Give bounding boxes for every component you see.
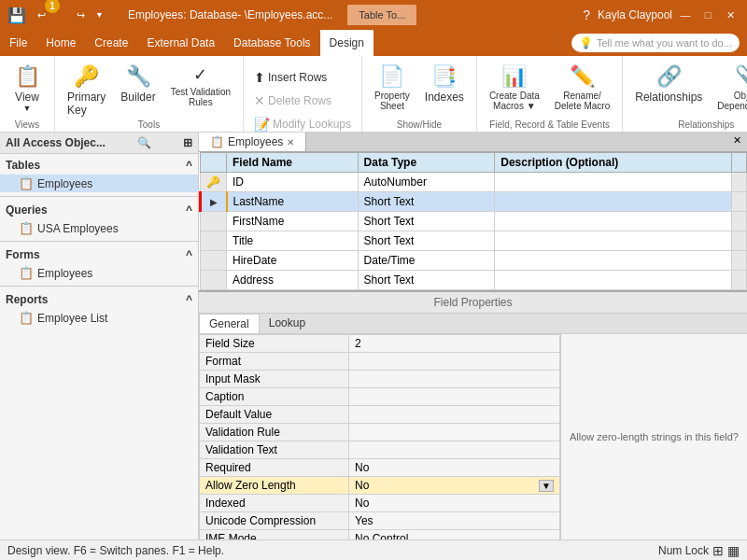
field-name-cell[interactable]: ID bbox=[227, 173, 359, 192]
fp-value[interactable] bbox=[349, 353, 560, 371]
ribbon-btn-primary-key[interactable]: 🔑 PrimaryKey bbox=[61, 60, 112, 116]
grid-view-icon[interactable]: ⊞ bbox=[712, 543, 724, 558]
tell-me-box[interactable]: 💡 Tell me what you want to do... bbox=[571, 34, 740, 52]
content-close-btn[interactable]: ✕ bbox=[727, 133, 747, 151]
maximize-btn[interactable]: □ bbox=[698, 6, 717, 24]
num-lock-text: Num Lock bbox=[658, 544, 709, 557]
sidebar-header: All Access Objec... 🔍 ⊞ bbox=[0, 133, 198, 154]
data-type-cell[interactable]: Short Text bbox=[358, 192, 495, 212]
ribbon-group-field-events: 📊 Create DataMacros ▼ ✏️ Rename/Delete M… bbox=[477, 56, 623, 132]
ribbon-btn-view[interactable]: 📋 View ▼ bbox=[6, 60, 49, 116]
ribbon-btn-property-sheet[interactable]: 📄 PropertySheet bbox=[368, 60, 416, 116]
sidebar-section-header-tables[interactable]: Tables ^ bbox=[0, 156, 198, 175]
filter-icon[interactable]: ▦ bbox=[727, 543, 740, 558]
row-selector bbox=[201, 231, 227, 251]
tools-label: Tools bbox=[138, 116, 160, 130]
ribbon-btn-test-validation[interactable]: ✓ Test ValidationRules bbox=[164, 60, 237, 116]
tab-close-btn[interactable]: ✕ bbox=[287, 137, 294, 147]
minimize-btn[interactable]: — bbox=[676, 6, 695, 24]
sidebar-section-header-reports[interactable]: Reports ^ bbox=[0, 290, 198, 309]
menu-file[interactable]: File bbox=[0, 30, 36, 56]
menu-home[interactable]: Home bbox=[36, 30, 85, 56]
fp-value[interactable]: 2 bbox=[349, 335, 560, 353]
table-row[interactable]: HireDate Date/Time bbox=[201, 251, 747, 271]
table-row[interactable]: 🔑 ID AutoNumber bbox=[201, 173, 747, 192]
sidebar-section-tables: Tables ^ 📋 Employees bbox=[0, 154, 198, 194]
ribbon-btn-insert-rows[interactable]: ⬆ Insert Rows bbox=[249, 67, 331, 88]
fp-value[interactable] bbox=[349, 406, 560, 424]
top-tab[interactable]: Table To... bbox=[347, 5, 416, 25]
fp-value[interactable] bbox=[349, 371, 560, 388]
ribbon-btn-rename-delete-macro[interactable]: ✏️ Rename/Delete Macro bbox=[548, 60, 616, 116]
redo-icon[interactable]: ↪ bbox=[71, 6, 90, 24]
col-selector-header bbox=[201, 153, 227, 173]
sidebar-collapse-icon[interactable]: ⊞ bbox=[183, 136, 192, 149]
description-cell[interactable] bbox=[495, 271, 732, 290]
sidebar-item-employee-list[interactable]: 📋 Employee List bbox=[0, 309, 198, 327]
data-type-cell[interactable]: Short Text bbox=[358, 231, 495, 251]
row-selector bbox=[201, 192, 227, 212]
menu-external-data[interactable]: External Data bbox=[137, 30, 224, 56]
description-cell[interactable] bbox=[495, 251, 732, 271]
help-btn[interactable]: ? bbox=[579, 7, 594, 22]
field-name-cell[interactable]: Title bbox=[227, 231, 359, 251]
fp-value[interactable]: No Control bbox=[349, 530, 560, 540]
menu-create[interactable]: Create bbox=[85, 30, 137, 56]
sidebar-section-header-queries[interactable]: Queries ^ bbox=[0, 201, 198, 219]
sidebar-item-usa-employees[interactable]: 📋 USA Employees bbox=[0, 219, 198, 237]
fp-tab-general[interactable]: General bbox=[199, 314, 260, 333]
description-cell[interactable] bbox=[495, 231, 732, 251]
table-row[interactable]: Address Short Text bbox=[201, 271, 747, 290]
table-row[interactable]: FirstName Short Text bbox=[201, 212, 747, 231]
ribbon-group-rows: ⬆ Insert Rows ✕ Delete Rows 📝 Modify Loo… bbox=[244, 56, 362, 132]
sidebar-section-queries: Queries ^ 📋 USA Employees bbox=[0, 199, 198, 239]
sidebar-item-employees-form[interactable]: 📋 Employees bbox=[0, 264, 198, 282]
fp-value[interactable]: Yes bbox=[349, 512, 560, 530]
description-cell[interactable] bbox=[495, 212, 732, 231]
table-row[interactable]: LastName Short Text bbox=[201, 192, 747, 212]
customize-arrow[interactable]: ▼ bbox=[95, 10, 104, 20]
table-row[interactable]: Title Short Text bbox=[201, 231, 747, 251]
ribbon-btn-relationships[interactable]: 🔗 Relationships bbox=[628, 60, 709, 116]
title-bar-title: Employees: Database- \Employees.acc... bbox=[128, 8, 332, 21]
description-cell[interactable] bbox=[495, 173, 732, 192]
field-name-cell[interactable]: Address bbox=[227, 271, 359, 290]
fp-value[interactable] bbox=[349, 441, 560, 459]
data-type-cell[interactable]: Date/Time bbox=[358, 251, 495, 271]
data-type-cell[interactable]: Short Text bbox=[358, 212, 495, 231]
description-cell[interactable] bbox=[495, 192, 732, 212]
fp-label: Unicode Compression bbox=[200, 512, 349, 530]
tables-collapse-icon: ^ bbox=[186, 159, 192, 172]
data-type-cell[interactable]: Short Text bbox=[358, 271, 495, 290]
field-name-cell[interactable]: FirstName bbox=[227, 212, 359, 231]
ribbon-btn-builder[interactable]: 🔧 Builder bbox=[114, 60, 162, 116]
status-text: Design view. F6 = Switch panes. F1 = Hel… bbox=[7, 544, 224, 557]
ribbon-btn-object-dependencies[interactable]: 📎 ObjectDependencies bbox=[711, 60, 747, 116]
menu-database-tools[interactable]: Database Tools bbox=[224, 30, 320, 56]
ribbon-btn-create-data-macros[interactable]: 📊 Create DataMacros ▼ bbox=[483, 60, 546, 116]
ribbon-btn-indexes[interactable]: 📑 Indexes bbox=[418, 60, 471, 116]
fp-label: Default Value bbox=[200, 406, 349, 424]
sidebar-section-header-forms[interactable]: Forms ^ bbox=[0, 245, 198, 264]
fp-value[interactable]: No ▼ bbox=[349, 477, 560, 495]
ribbon-group-showhide: 📄 PropertySheet 📑 Indexes Show/Hide bbox=[362, 56, 477, 132]
sidebar-search-icon[interactable]: 🔍 bbox=[137, 136, 151, 149]
fp-value[interactable] bbox=[349, 424, 560, 441]
fp-tab-lookup[interactable]: Lookup bbox=[260, 314, 315, 333]
report-icon: 📋 bbox=[19, 311, 34, 325]
object-tab-employees[interactable]: 📋 Employees ✕ bbox=[199, 133, 306, 151]
window-close-btn[interactable]: ✕ bbox=[721, 6, 740, 24]
sidebar-item-employees-table[interactable]: 📋 Employees bbox=[0, 175, 198, 192]
fp-value[interactable]: No bbox=[349, 459, 560, 477]
field-name-cell[interactable]: HireDate bbox=[227, 251, 359, 271]
fp-value[interactable] bbox=[349, 388, 560, 406]
data-type-cell[interactable]: AutoNumber bbox=[358, 173, 495, 192]
allow-zero-length-dropdown[interactable]: ▼ bbox=[539, 480, 554, 492]
menu-design[interactable]: Design bbox=[320, 30, 374, 56]
fp-row: Validation Text bbox=[200, 441, 560, 459]
fp-content: Field Size 2 Format Input Mask bbox=[199, 334, 747, 539]
test-validation-icon: ✓ bbox=[193, 64, 207, 85]
rename-delete-macro-icon: ✏️ bbox=[570, 64, 595, 89]
fp-value[interactable]: No bbox=[349, 495, 560, 512]
field-name-cell[interactable]: LastName bbox=[227, 192, 359, 212]
